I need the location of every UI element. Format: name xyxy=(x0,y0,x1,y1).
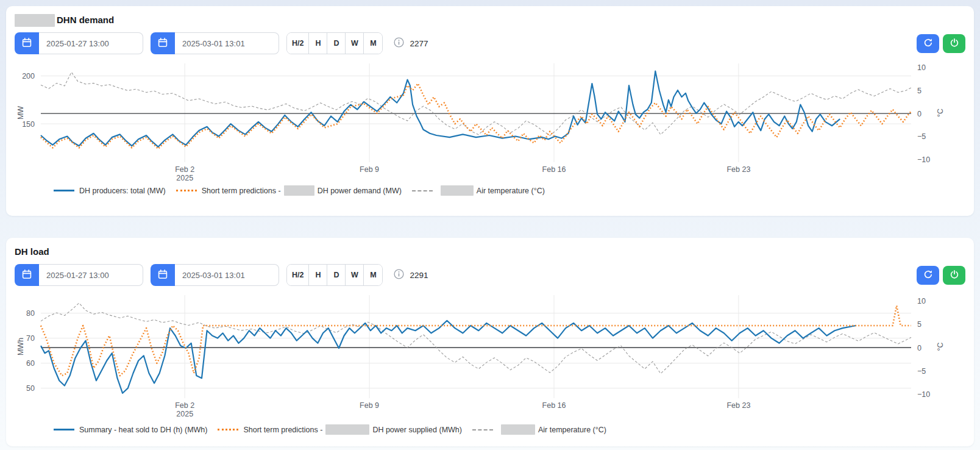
datapoint-count: 2291 xyxy=(410,271,428,280)
svg-text:Feb 16: Feb 16 xyxy=(542,165,566,174)
refresh-button[interactable] xyxy=(917,266,939,285)
to-calendar-button[interactable] xyxy=(151,32,175,54)
svg-text:0: 0 xyxy=(917,110,921,118)
power-icon xyxy=(950,38,959,49)
range-button-group: H/2 H D W M xyxy=(286,264,383,286)
page-title: DH load xyxy=(15,246,49,257)
svg-text:5: 5 xyxy=(917,320,921,329)
dh-load-panel: DH load H/2 H D W M xyxy=(6,238,974,446)
power-button[interactable] xyxy=(943,34,965,53)
svg-text:−5: −5 xyxy=(917,367,926,376)
svg-text:10: 10 xyxy=(917,297,926,305)
svg-text:−10: −10 xyxy=(917,155,930,164)
svg-text:2025: 2025 xyxy=(176,174,193,180)
legend-marker-solid xyxy=(54,190,74,191)
svg-text:Feb 16: Feb 16 xyxy=(542,401,566,410)
to-datetime-input[interactable] xyxy=(175,264,279,286)
range-button-m[interactable]: M xyxy=(364,265,382,285)
svg-text:70: 70 xyxy=(26,334,35,343)
page-title: DHN demand xyxy=(57,15,114,25)
legend-label: DH producers: total (MW) xyxy=(79,187,166,195)
legend-marker-dotted xyxy=(176,190,197,191)
legend-label: Air temperature (°C) xyxy=(477,187,545,195)
svg-text:80: 80 xyxy=(26,309,35,318)
svg-text:50: 50 xyxy=(26,384,35,393)
range-button-h[interactable]: H xyxy=(309,265,327,285)
from-calendar-button[interactable] xyxy=(15,264,39,286)
svg-text:−10: −10 xyxy=(917,390,930,399)
calendar-icon xyxy=(21,269,32,282)
calendar-icon xyxy=(157,269,168,282)
range-button-m[interactable]: M xyxy=(364,33,382,54)
legend-item[interactable]: Air temperature (°C) xyxy=(412,185,545,196)
range-button-d[interactable]: D xyxy=(327,33,346,54)
refresh-button[interactable] xyxy=(917,34,939,53)
power-button[interactable] xyxy=(943,266,965,285)
legend-label: Air temperature (°C) xyxy=(538,426,606,434)
calendar-icon xyxy=(157,37,168,50)
panel-title-row: DH load xyxy=(15,245,965,259)
legend-item[interactable]: Air temperature (°C) xyxy=(472,424,606,435)
legend-marker-dashed xyxy=(472,429,493,430)
dhn-demand-chart[interactable]: 2001501050−5−10Feb 22025Feb 9Feb 16Feb 2… xyxy=(15,59,965,180)
range-button-h2[interactable]: H/2 xyxy=(287,265,309,285)
info-icon[interactable] xyxy=(394,37,404,50)
to-calendar-button[interactable] xyxy=(151,264,175,286)
svg-text:°C: °C xyxy=(936,109,945,117)
datapoint-count: 2277 xyxy=(410,39,428,48)
svg-text:200: 200 xyxy=(22,72,35,80)
legend-item[interactable]: Summary - heat sold to DH (h) (MWh) xyxy=(54,426,207,434)
range-button-h2[interactable]: H/2 xyxy=(287,33,309,54)
dhn-demand-panel: DHN demand H/2 H D W M xyxy=(6,6,974,216)
legend-item[interactable]: DH producers: total (MW) xyxy=(54,187,166,195)
from-datetime-input[interactable] xyxy=(39,264,143,286)
chart-area: 2001501050−5−10Feb 22025Feb 9Feb 16Feb 2… xyxy=(15,59,965,183)
from-datetime-control xyxy=(15,264,143,286)
toolbar: H/2 H D W M 2277 xyxy=(15,32,965,54)
power-icon xyxy=(950,270,959,281)
svg-text:MWh: MWh xyxy=(16,338,25,355)
legend-item[interactable]: Short term predictions -DH power demand … xyxy=(176,185,402,196)
legend-marker-dotted xyxy=(218,429,238,430)
svg-text:Feb 23: Feb 23 xyxy=(726,165,750,174)
chart-area: 807060501050−5−10Feb 22025Feb 9Feb 16Feb… xyxy=(15,290,965,422)
range-button-w[interactable]: W xyxy=(346,265,364,285)
redacted-text xyxy=(441,185,474,196)
svg-text:10: 10 xyxy=(917,63,926,72)
svg-text:2025: 2025 xyxy=(176,410,193,418)
range-button-w[interactable]: W xyxy=(346,33,364,54)
dh-load-chart[interactable]: 807060501050−5−10Feb 22025Feb 9Feb 16Feb… xyxy=(15,290,965,420)
svg-text:0: 0 xyxy=(917,344,921,352)
legend-label: Short term predictions - xyxy=(243,426,322,434)
to-datetime-input[interactable] xyxy=(175,32,279,54)
legend-label: Short term predictions - xyxy=(202,187,281,195)
calendar-icon xyxy=(21,37,32,50)
legend-item[interactable]: Short term predictions -DH power supplie… xyxy=(218,424,462,435)
svg-text:5: 5 xyxy=(917,87,921,95)
svg-text:Feb 2: Feb 2 xyxy=(175,165,194,174)
svg-text:MW: MW xyxy=(16,106,25,120)
legend-label: DH power supplied (MWh) xyxy=(372,426,462,434)
legend-label: Summary - heat sold to DH (h) (MWh) xyxy=(79,426,207,434)
svg-text:Feb 9: Feb 9 xyxy=(360,165,379,174)
from-datetime-control xyxy=(15,32,143,54)
from-calendar-button[interactable] xyxy=(15,32,39,54)
chart-legend: Summary - heat sold to DH (h) (MWh)Short… xyxy=(15,424,965,435)
info-count: 2277 xyxy=(394,37,428,50)
range-button-h[interactable]: H xyxy=(309,33,327,54)
range-button-d[interactable]: D xyxy=(327,265,346,285)
svg-text:Feb 9: Feb 9 xyxy=(360,401,379,410)
legend-marker-solid xyxy=(54,429,74,430)
chart-legend: DH producers: total (MW)Short term predi… xyxy=(15,185,965,196)
to-datetime-control xyxy=(151,264,279,286)
svg-text:Feb 2: Feb 2 xyxy=(175,401,194,410)
from-datetime-input[interactable] xyxy=(39,32,143,54)
redacted-text xyxy=(325,424,369,435)
to-datetime-control xyxy=(151,32,279,54)
info-icon[interactable] xyxy=(394,269,404,282)
redacted-text xyxy=(284,185,314,196)
toolbar: H/2 H D W M 2291 xyxy=(15,264,965,286)
svg-text:−5: −5 xyxy=(917,132,926,141)
svg-text:150: 150 xyxy=(22,120,35,129)
redacted-title-prefix xyxy=(15,14,55,27)
